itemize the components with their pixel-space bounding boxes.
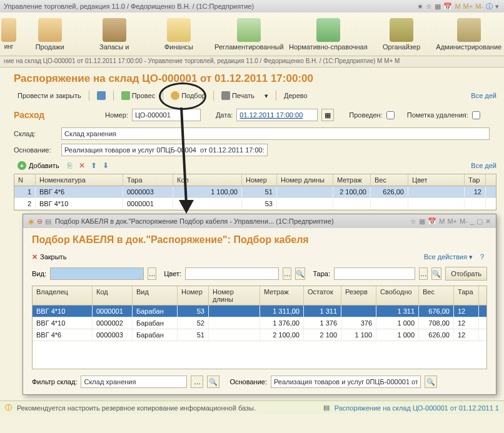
type-dots-button[interactable]: … [148, 267, 156, 280]
move-down-icon[interactable]: ⬇ [101, 161, 111, 171]
number-label: Номер: [105, 111, 128, 119]
dropdown-icon[interactable]: ▾ [495, 2, 499, 11]
nav-admin[interactable]: Администрирование [434, 12, 504, 56]
nav-reg[interactable]: Регламентированный [211, 12, 287, 56]
section-label: Расход [14, 110, 101, 120]
run-icon [121, 91, 130, 100]
selection-button[interactable]: Подбор [167, 90, 209, 101]
nav-norm[interactable]: Нормативно-справочная [287, 12, 369, 56]
popup-title: Подбор КАБЕЛЯ в док."Распоряжение": Подб… [32, 234, 487, 246]
bottom-doc-link[interactable]: Распоряжение на склад ЦО-000001 от 01.12… [335, 404, 499, 412]
calendar-icon[interactable]: ▦ [321, 109, 334, 121]
recommend-text: Рекомендуется настроить резервное копиро… [17, 404, 256, 412]
cal-icon[interactable]: 📅 [428, 217, 436, 226]
document-panel: Распоряжение на склад ЦО-000001 от 01.12… [14, 72, 496, 211]
copy-icon[interactable]: ⎘ [65, 161, 75, 171]
table-row[interactable]: ВВГ 4*10 0000002 Барабан 52 1 376,00 1 3… [33, 317, 486, 329]
filter-warehouse-input[interactable] [81, 376, 187, 388]
color-dots-button[interactable]: … [283, 267, 291, 280]
all-actions-link[interactable]: Все дей [471, 92, 496, 99]
print-dropdown[interactable]: ▾ [261, 91, 272, 101]
filter-search-icon[interactable]: 🔍 [207, 376, 219, 388]
close-icon[interactable]: ✕ [485, 217, 491, 226]
table-row[interactable]: 2 ВВГ 4*10 0000001 53 [14, 198, 496, 210]
filter-dots-button[interactable]: … [191, 376, 203, 388]
run-close-button[interactable]: Провести и закрыть [14, 91, 85, 101]
nav-unknown[interactable]: инг [0, 12, 18, 56]
help-icon[interactable]: ？ [477, 252, 487, 262]
tree-button[interactable]: Дерево [280, 91, 311, 101]
finance-icon [167, 18, 191, 42]
filter-warehouse-label: Фильтр склад: [32, 378, 77, 386]
tare-dots-button[interactable]: … [419, 267, 428, 280]
popup-basis-input[interactable] [271, 376, 421, 388]
org-icon [390, 18, 413, 42]
nav-finance[interactable]: Финансы [146, 12, 211, 56]
calc-icon[interactable]: ▦ [419, 217, 425, 226]
type-input[interactable] [50, 267, 144, 280]
admin-icon [457, 18, 481, 42]
min-icon[interactable]: _ [470, 217, 474, 225]
mminus-button[interactable]: M- [475, 2, 483, 10]
add-button[interactable]: +Добавить [14, 160, 63, 171]
basis-label: Основание: [14, 146, 58, 154]
save-button[interactable] [93, 90, 109, 101]
posted-label: Проведен: [349, 111, 382, 119]
fav-icon[interactable]: ☆ [426, 2, 432, 11]
delete-icon[interactable]: ✕ [77, 161, 87, 171]
nav-stock[interactable]: Запасы и [82, 12, 146, 56]
mplus-button[interactable]: M+ [463, 2, 473, 10]
warehouse-label: Склад: [14, 130, 58, 137]
print-icon [221, 91, 230, 100]
delmark-checkbox[interactable] [472, 111, 480, 119]
filter-row: Вид: … Цвет: … 🔍 Тара: … 🔍 Отобрать [32, 267, 487, 281]
cal-icon[interactable]: 📅 [443, 2, 452, 11]
move-up-icon[interactable]: ⬆ [89, 161, 99, 171]
tare-search-icon[interactable]: 🔍 [431, 267, 441, 280]
m-button[interactable]: M [455, 2, 460, 10]
grid-all-actions[interactable]: Все дей [471, 162, 496, 169]
table-row[interactable]: 1 ВВГ 4*6 0000003 1 100,00 51 2 100,00 6… [14, 186, 496, 198]
star-icon[interactable]: ☆ [410, 217, 416, 226]
print-button[interactable]: Печать [218, 90, 258, 101]
run-button[interactable]: Провес [118, 90, 159, 101]
date-input[interactable] [236, 109, 318, 121]
main-toolbar: инг Продажи Запасы и Финансы Регламентир… [0, 12, 504, 56]
select-button[interactable]: Отобрать [445, 267, 487, 281]
m-button[interactable]: M [439, 217, 445, 225]
warehouse-input[interactable] [61, 127, 490, 140]
max-icon[interactable]: ▢ [476, 217, 483, 226]
delmark-label: Пометка удаления: [407, 111, 468, 119]
mminus-button[interactable]: M- [460, 217, 468, 225]
tare-input[interactable] [334, 267, 415, 280]
color-input[interactable] [185, 267, 279, 280]
tare-label: Тара: [313, 270, 330, 277]
popup-titlebar-text: Подбор КАБЕЛЯ в док."Распоряжение Подбор… [55, 217, 334, 225]
popup-grid-header: Владелец Код Вид Номер Номер длины Метра… [33, 286, 486, 306]
number-input[interactable] [132, 109, 201, 121]
popup-status-row: Фильтр склад: … 🔍 Основание: 🔍 [32, 376, 487, 388]
basis-input[interactable] [61, 144, 268, 156]
close-x-icon: ✕ [32, 253, 38, 261]
selection-popup: ◉ ⊖ ▤ Подбор КАБЕЛЯ в док."Распоряжение … [23, 214, 496, 395]
close-button[interactable]: ✕Закрыть [32, 253, 66, 261]
help-icon[interactable]: ⓘ [486, 2, 493, 11]
tab-bar[interactable]: ние на склад ЦО-000001 от 01.12.2011 17:… [0, 56, 504, 67]
popup-all-actions[interactable]: Все действия ▾ [424, 253, 473, 261]
popup-grid[interactable]: Владелец Код Вид Номер Номер длины Метра… [32, 286, 487, 369]
color-search-icon[interactable]: 🔍 [295, 267, 305, 280]
table-row[interactable]: ВВГ 4*10 0000001 Барабан 53 1 311,00 1 3… [33, 306, 486, 317]
nav-org[interactable]: Органайзер [369, 12, 433, 56]
calc-icon[interactable]: ▦ [435, 2, 441, 11]
table-row[interactable]: ВВГ 4*6 0000003 Барабан 51 2 100,00 2 10… [33, 329, 486, 341]
items-grid[interactable]: N Номенклатура Тара Кол Номер Номер длин… [14, 174, 496, 211]
mplus-button[interactable]: M+ [447, 217, 457, 225]
status-bar: ⓘ Рекомендуется настроить резервное копи… [0, 401, 504, 414]
posted-checkbox[interactable] [386, 111, 395, 119]
basis-search-icon[interactable]: 🔍 [425, 376, 437, 388]
star-icon[interactable]: ★ [417, 2, 423, 11]
close-red-icon[interactable]: ⊖ [37, 217, 43, 226]
sales-icon [38, 18, 62, 42]
popup-titlebar[interactable]: ◉ ⊖ ▤ Подбор КАБЕЛЯ в док."Распоряжение … [23, 214, 496, 228]
nav-sales[interactable]: Продажи [18, 12, 82, 56]
